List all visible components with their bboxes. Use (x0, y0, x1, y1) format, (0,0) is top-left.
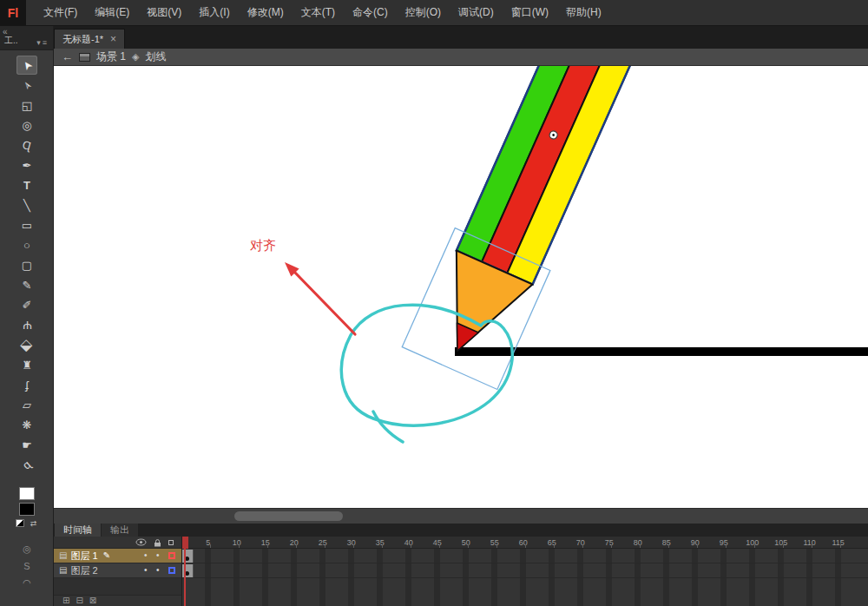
frame-number-label: 85 (658, 538, 675, 547)
document-tab-strip: 无标题-1* × (54, 26, 868, 49)
menu-item-help[interactable]: 帮助(H) (557, 2, 610, 23)
timeline-ruler[interactable]: 5101520253035404550556065707580859095100… (182, 537, 868, 549)
layer-outline-color[interactable] (168, 552, 175, 559)
scrollbar-thumb[interactable] (234, 511, 343, 521)
frame-row[interactable] (182, 549, 868, 563)
layer-row[interactable]: ▤图层 1✎•• (54, 549, 181, 563)
layer-outline-color[interactable] (168, 567, 175, 574)
menu-item-text[interactable]: 文本(T) (293, 2, 344, 23)
ruler-tick (496, 544, 497, 548)
arrow-line (295, 273, 355, 334)
pencil-tool[interactable]: ✎ (16, 275, 37, 294)
symbol-icon: ◈ (132, 52, 139, 62)
circle-annotation-path (341, 305, 512, 425)
timeline-tab-timeline[interactable]: 时间轴 (55, 524, 101, 537)
layer-row[interactable]: ▤图层 2•• (54, 563, 181, 578)
document-tab[interactable]: 无标题-1* × (54, 29, 125, 49)
frame-number-label: 10 (228, 538, 246, 547)
lock-icon[interactable] (154, 538, 161, 547)
ruler-tick (468, 544, 469, 548)
subselection-tool[interactable]: ➢ (16, 76, 37, 95)
free-transform-icon: ◱ (22, 100, 32, 111)
new-layer-button[interactable]: ⊞ (62, 596, 69, 605)
eraser-icon: ▱ (23, 399, 31, 411)
close-icon[interactable]: × (110, 33, 116, 45)
frame-number-label: 5 (200, 538, 217, 547)
layer-name: 图层 1 (70, 550, 97, 563)
frame-number-label: 40 (400, 538, 418, 547)
outline-column-icon[interactable] (168, 540, 174, 545)
frame-number-label: 90 (687, 538, 704, 547)
layer-panel: ▤图层 1✎••▤图层 2•• ⊞⊟⊠ (54, 537, 182, 606)
ruler-tick (439, 544, 440, 548)
menu-item-insert[interactable]: 插入(I) (190, 2, 238, 23)
back-button[interactable]: ← (62, 51, 73, 63)
bone-tool[interactable]: Ψ (16, 315, 37, 334)
3d-rotation-icon: ◎ (22, 120, 31, 131)
brush-tool[interactable]: ✐ (16, 295, 37, 314)
layer-lock-dot[interactable]: • (156, 551, 160, 560)
circle-annotation-tail (373, 412, 403, 442)
ruler-tick (668, 544, 669, 548)
rectangle-tool[interactable]: ▭ (16, 215, 37, 234)
menu-item-debug[interactable]: 调试(D) (450, 2, 503, 23)
line-tool[interactable]: ╲ (16, 195, 37, 214)
hand-tool[interactable]: ☛ (16, 435, 37, 454)
pencil-graphic[interactable] (419, 66, 675, 368)
ruler-tick (554, 544, 555, 548)
timeline-frame-grid[interactable]: 5101520253035404550556065707580859095100… (182, 537, 868, 606)
baseline-stroke[interactable] (455, 347, 868, 356)
menu-item-file[interactable]: 文件(F) (35, 2, 86, 23)
timeline-tab-output[interactable]: 输出 (102, 524, 138, 537)
primitive-rectangle-tool[interactable]: ▢ (16, 255, 37, 274)
new-folder-button[interactable]: ⊟ (76, 596, 82, 605)
camera-icon[interactable]: ◎ (23, 543, 31, 555)
menu-item-commands[interactable]: 命令(C) (344, 2, 397, 23)
ink-bottle-tool[interactable]: ♜ (16, 355, 37, 374)
panel-menu-icon[interactable]: ▾≡ (36, 38, 49, 47)
subselection-icon: ➢ (20, 78, 35, 92)
paint-bucket-tool[interactable]: ◪ (16, 335, 37, 354)
layer-lock-dot[interactable]: • (156, 566, 160, 575)
layer-visibility-dot[interactable]: • (144, 566, 148, 575)
snap-icon[interactable]: S (23, 561, 30, 571)
frame-number-label: 110 (801, 538, 819, 547)
swap-colors-button[interactable]: ⇄ (29, 519, 38, 528)
eyedropper-tool[interactable]: ʄ (16, 375, 37, 394)
default-colors-button[interactable] (16, 519, 24, 527)
ruler-tick (812, 544, 812, 548)
oval-tool[interactable]: ○ (16, 235, 37, 254)
horizontal-scrollbar[interactable] (54, 508, 868, 524)
ruler-tick (582, 544, 583, 548)
text-tool[interactable]: T (16, 175, 37, 194)
3d-rotation-tool[interactable]: ◎ (16, 115, 37, 135)
breadcrumb-scene[interactable]: 场景 1 (96, 49, 126, 64)
deco-tool[interactable]: ❋ (16, 415, 37, 434)
frame-row[interactable] (182, 563, 868, 578)
layer-visibility-dot[interactable]: • (144, 551, 148, 560)
visibility-eye-icon[interactable] (135, 538, 147, 546)
free-transform-tool[interactable]: ◱ (16, 96, 37, 115)
menu-item-edit[interactable]: 编辑(E) (86, 2, 138, 23)
menu-item-window[interactable]: 窗口(W) (503, 2, 557, 23)
lasso-tool[interactable]: Ɋ (16, 135, 37, 155)
stroke-color-swatch[interactable] (19, 487, 35, 500)
fill-color-swatch[interactable] (19, 503, 35, 516)
playhead-marker[interactable] (182, 537, 188, 549)
selection-tool[interactable]: ➤ (16, 56, 37, 75)
curve-icon[interactable]: ◠ (23, 577, 31, 589)
menu-item-view[interactable]: 视图(V) (138, 2, 190, 23)
arrow-annotation[interactable] (285, 262, 355, 334)
playhead-line (184, 549, 186, 606)
eraser-tool[interactable]: ▱ (16, 395, 37, 414)
bone-icon: Ψ (23, 319, 32, 331)
menu-item-control[interactable]: 控制(O) (397, 2, 450, 23)
ruler-tick (296, 544, 297, 548)
frame-number-label: 75 (601, 538, 618, 547)
stage-canvas[interactable]: 对齐 (54, 66, 868, 508)
delete-layer-button[interactable]: ⊠ (89, 596, 96, 605)
annotation-label: 对齐 (250, 238, 276, 253)
zoom-tool[interactable]: ɋ (16, 455, 37, 474)
menu-item-modify[interactable]: 修改(M) (239, 2, 293, 23)
pen-tool[interactable]: ✒ (16, 155, 37, 175)
